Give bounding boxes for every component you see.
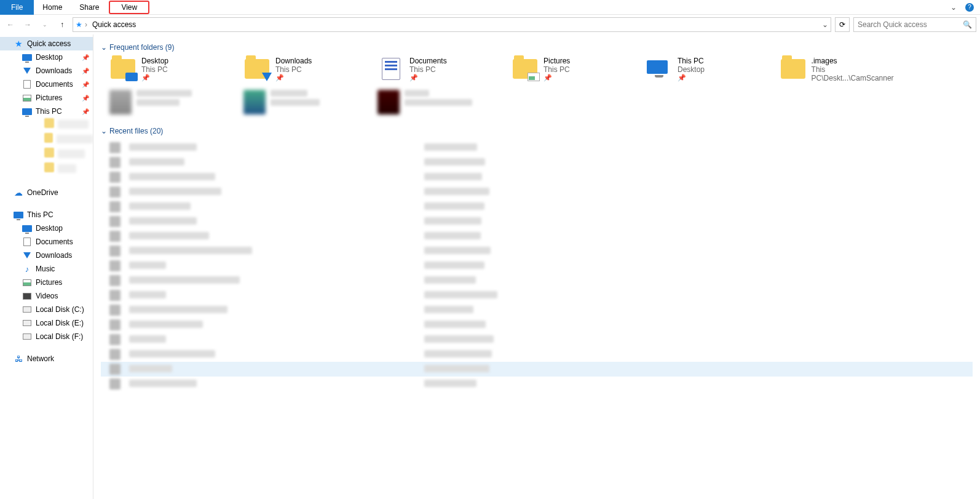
section-label: Recent files (20) bbox=[109, 127, 163, 135]
search-input[interactable] bbox=[858, 20, 963, 29]
sidebar-item-desktop[interactable]: Desktop 📌 bbox=[0, 50, 93, 64]
recent-file-row[interactable] bbox=[101, 170, 973, 185]
folder-icon bbox=[780, 57, 807, 81]
up-button[interactable]: ↑ bbox=[55, 18, 69, 31]
sidebar-item-label: Documents bbox=[36, 80, 73, 89]
folder-blurred[interactable] bbox=[377, 90, 507, 114]
folder-pictures[interactable]: Pictures This PC 📌 bbox=[512, 57, 641, 82]
sidebar-item-label: Downloads bbox=[36, 66, 72, 75]
recent-file-row[interactable] bbox=[101, 140, 973, 155]
file-icon bbox=[109, 246, 121, 257]
section-recent-files[interactable]: ⌄ Recent files (20) bbox=[101, 127, 973, 135]
tab-view[interactable]: View bbox=[109, 1, 149, 14]
recent-file-row[interactable] bbox=[101, 258, 973, 273]
sidebar-item-disk-e[interactable]: Local Disk (E:) bbox=[0, 316, 93, 330]
sidebar-item-pc-documents[interactable]: Documents bbox=[0, 235, 93, 249]
sidebar-item-label: Music bbox=[36, 265, 55, 273]
recent-file-row[interactable] bbox=[101, 185, 973, 199]
sidebar-item-onedrive[interactable]: ☁ OneDrive bbox=[0, 186, 93, 199]
recent-file-row[interactable] bbox=[101, 332, 973, 347]
recent-locations-icon[interactable]: ⌄ bbox=[38, 18, 52, 31]
sidebar-item-pc-pictures[interactable]: Pictures bbox=[0, 276, 93, 289]
folder-this-pc[interactable]: This PC Desktop 📌 bbox=[646, 57, 775, 82]
file-icon bbox=[109, 378, 121, 389]
disk-icon bbox=[22, 305, 32, 314]
documents-icon bbox=[22, 79, 32, 89]
sidebar-item-this-pc[interactable]: This PC bbox=[0, 208, 93, 222]
sidebar-item-pictures[interactable]: Pictures 📌 bbox=[0, 91, 93, 105]
recent-file-row[interactable] bbox=[101, 317, 973, 332]
recent-file-row[interactable] bbox=[101, 288, 973, 303]
folder-name: Pictures bbox=[543, 57, 570, 65]
file-icon bbox=[109, 157, 121, 168]
pin-icon: 📌 bbox=[82, 108, 89, 115]
sidebar-item-pc-videos[interactable]: Videos bbox=[0, 289, 93, 303]
file-icon bbox=[109, 334, 121, 345]
folder-documents[interactable]: Documents This PC 📌 bbox=[377, 57, 507, 82]
pin-icon: 📌 bbox=[82, 68, 89, 74]
recent-file-row[interactable] bbox=[101, 377, 973, 391]
star-icon: ★ bbox=[14, 39, 23, 49]
sidebar-item-network[interactable]: 🖧 Network bbox=[0, 352, 93, 365]
videos-icon bbox=[22, 291, 32, 301]
tab-file[interactable]: File bbox=[0, 0, 34, 15]
folder-blurred[interactable] bbox=[243, 90, 373, 114]
disk-icon bbox=[22, 332, 32, 341]
file-icon bbox=[109, 364, 121, 375]
folder-location: This PC bbox=[409, 65, 447, 74]
sidebar-item-pc-downloads[interactable]: Downloads bbox=[0, 249, 93, 262]
sidebar-item-this-pc-pinned[interactable]: This PC 📌 bbox=[0, 105, 93, 118]
sidebar-item-disk-c[interactable]: Local Disk (C:) bbox=[0, 303, 93, 316]
sidebar-item-documents[interactable]: Documents 📌 bbox=[0, 78, 93, 91]
ribbon-tabs: File Home Share View ⌄ ? bbox=[0, 0, 980, 15]
download-icon bbox=[22, 66, 32, 76]
documents-icon bbox=[22, 237, 32, 247]
folder-name: Desktop bbox=[141, 57, 168, 65]
back-button[interactable]: ← bbox=[4, 18, 17, 31]
refresh-button[interactable]: ⟳ bbox=[835, 17, 850, 32]
sidebar-item-quick-access[interactable]: ★ Quick access bbox=[0, 37, 93, 50]
recent-file-row[interactable] bbox=[101, 244, 973, 258]
file-icon bbox=[109, 319, 121, 330]
recent-file-row[interactable] bbox=[101, 229, 973, 244]
search-icon[interactable]: 🔍 bbox=[963, 20, 972, 29]
section-frequent-folders[interactable]: ⌄ Frequent folders (9) bbox=[101, 43, 973, 52]
recent-file-row[interactable] bbox=[101, 303, 973, 317]
sidebar-item-disk-f[interactable]: Local Disk (F:) bbox=[0, 330, 93, 343]
nav-pane: ★ Quick access Desktop 📌 Downloads 📌 Doc… bbox=[0, 34, 93, 499]
folder-images[interactable]: .images This PC\Deskt...\CamScanner bbox=[780, 57, 909, 82]
recent-file-row[interactable] bbox=[101, 273, 973, 288]
recent-file-row[interactable] bbox=[101, 199, 973, 214]
search-box[interactable]: 🔍 bbox=[853, 17, 976, 32]
sidebar-item-downloads[interactable]: Downloads 📌 bbox=[0, 64, 93, 78]
file-icon bbox=[109, 231, 121, 242]
folder-blurred[interactable] bbox=[109, 90, 239, 114]
pin-icon: 📌 bbox=[82, 95, 89, 102]
chevron-down-icon: ⌄ bbox=[101, 127, 107, 135]
desktop-icon bbox=[22, 223, 32, 233]
recent-file-row[interactable] bbox=[101, 214, 973, 229]
file-icon bbox=[109, 201, 121, 212]
forward-button[interactable]: → bbox=[21, 18, 34, 31]
tab-home[interactable]: Home bbox=[34, 0, 71, 15]
recent-file-row[interactable] bbox=[101, 362, 973, 377]
pictures-icon bbox=[22, 93, 32, 103]
sidebar-item-label: Local Disk (C:) bbox=[36, 305, 84, 314]
sidebar-item-pc-desktop[interactable]: Desktop bbox=[0, 222, 93, 235]
breadcrumb-location[interactable]: Quick access bbox=[90, 20, 138, 29]
folder-desktop[interactable]: Desktop This PC 📌 bbox=[109, 57, 239, 82]
sidebar-item-pc-music[interactable]: ♪ Music bbox=[0, 262, 93, 276]
recent-files-list bbox=[101, 140, 973, 391]
sidebar-item-label: Local Disk (F:) bbox=[36, 332, 83, 341]
folder-downloads[interactable]: Downloads This PC 📌 bbox=[243, 57, 373, 82]
address-bar[interactable]: ★ › Quick access ⌄ bbox=[73, 17, 831, 32]
tab-share[interactable]: Share bbox=[71, 0, 108, 15]
help-icon[interactable]: ? bbox=[965, 3, 974, 12]
folder-icon bbox=[377, 90, 400, 114]
recent-file-row[interactable] bbox=[101, 347, 973, 362]
sidebar-item-label: Pictures bbox=[36, 278, 62, 287]
recent-file-row[interactable] bbox=[101, 155, 973, 170]
address-dropdown-icon[interactable]: ⌄ bbox=[822, 20, 828, 29]
ribbon-minimize-icon[interactable]: ⌄ bbox=[950, 3, 957, 12]
file-icon bbox=[109, 305, 121, 316]
